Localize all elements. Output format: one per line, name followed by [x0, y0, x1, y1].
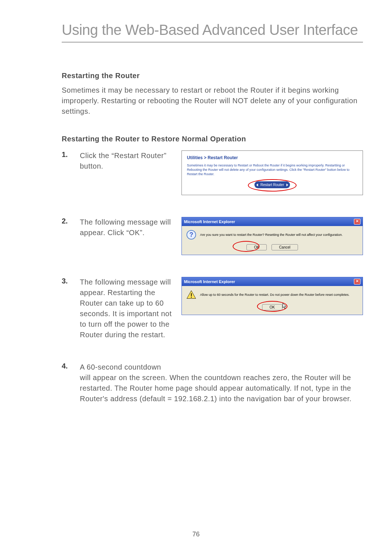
- page-title: Using the Web-Based Advanced User Interf…: [62, 22, 363, 38]
- dialog-message: Are you sure you want to restart the Rou…: [200, 233, 343, 237]
- dialog-titlebar: Microsoft Internet Explorer ✕: [182, 277, 363, 286]
- close-icon[interactable]: ✕: [354, 219, 360, 225]
- dialog-message: Allow up to 60 seconds for the Router to…: [200, 293, 350, 297]
- wait-dialog: Microsoft Internet Explorer ✕ ! Allow up…: [181, 277, 363, 315]
- step-text-rest: will appear on the screen. When the coun…: [80, 372, 363, 404]
- warning-icon: !: [186, 290, 196, 300]
- confirm-dialog: Microsoft Internet Explorer ✕ ? Are you …: [181, 217, 363, 255]
- restart-router-button[interactable]: Restart Router: [254, 181, 290, 188]
- step-4: 4. A 60-second countdown will appear on …: [62, 362, 363, 404]
- cursor-icon: [282, 303, 287, 309]
- step-3: 3. The following message will appear. Re…: [62, 277, 363, 340]
- step-number: 2.: [62, 217, 80, 225]
- intro-paragraph: Sometimes it may be necessary to restart…: [62, 85, 363, 117]
- step-number: 3.: [62, 277, 80, 285]
- cancel-button[interactable]: Cancel: [271, 244, 298, 250]
- step-number: 4.: [62, 362, 80, 370]
- step-text-line1: A 60-second countdown: [80, 362, 363, 372]
- page-number: 76: [0, 531, 392, 538]
- heading-restore-normal: Restarting the Router to Restore Normal …: [62, 135, 363, 143]
- restart-router-panel: Utilities > Restart Router Sometimes it …: [181, 150, 363, 195]
- dialog-titlebar: Microsoft Internet Explorer ✕: [182, 217, 363, 226]
- close-icon[interactable]: ✕: [354, 279, 360, 285]
- dialog-title-text: Microsoft Internet Explorer: [184, 219, 235, 224]
- question-icon: ?: [186, 230, 196, 240]
- step-2: 2. The following message will appear. Cl…: [62, 217, 363, 255]
- ok-button[interactable]: OK: [246, 244, 267, 250]
- step-number: 1.: [62, 150, 80, 159]
- step-1: 1. Click the “Restart Router” button. Ut…: [62, 150, 363, 195]
- svg-text:?: ?: [189, 231, 193, 239]
- step-text: The following message will appear. Click…: [80, 217, 181, 238]
- heading-restarting-router: Restarting the Router: [62, 72, 363, 80]
- step-text: Click the “Restart Router” button.: [80, 150, 181, 172]
- step-text: The following message will appear. Resta…: [80, 277, 181, 340]
- ok-button[interactable]: OK: [262, 304, 282, 310]
- panel-body-text: Sometimes it may be necessary to Restart…: [187, 163, 358, 176]
- dialog-title-text: Microsoft Internet Explorer: [184, 279, 235, 284]
- svg-text:!: !: [190, 293, 192, 299]
- title-divider: [62, 42, 363, 43]
- panel-title: Utilities > Restart Router: [187, 155, 358, 160]
